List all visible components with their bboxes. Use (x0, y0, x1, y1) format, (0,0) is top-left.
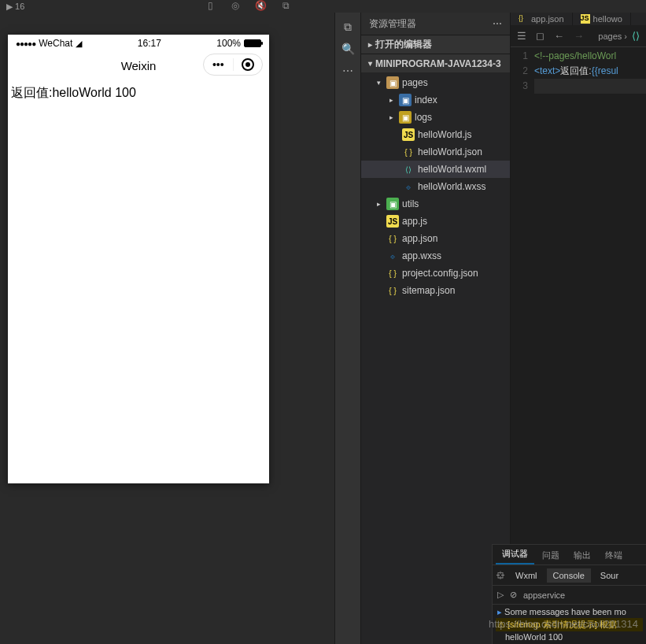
editor-toolbar: ☰ ◻ ← → pages › ⟨⟩ (511, 25, 646, 47)
signal-icon: ●●●●● (16, 39, 35, 48)
explorer-header: 资源管理器 ⋯ (361, 13, 510, 35)
file-app-js[interactable]: JSapp.js (361, 213, 510, 230)
phone-statusbar: ●●●●● WeChat ◢ 16:17 100% (8, 35, 269, 52)
phone-navbar: Weixin ••• (8, 52, 269, 79)
console-line: Some messages have been mo (496, 606, 643, 618)
file-helloworld-js[interactable]: JShelloWorld.js (361, 126, 510, 143)
project-label: MINIPROGRAM-JAVA1234-3 (375, 58, 501, 69)
folder-index[interactable]: ▸▣index (361, 91, 510, 109)
file-sitemap-json[interactable]: { }sitemap.json (361, 282, 510, 299)
copy-icon[interactable]: ⧉ (280, 0, 291, 11)
file-app-json[interactable]: { }app.json (361, 230, 510, 247)
chevron-down-icon: ▾ (364, 59, 375, 68)
open-editors-section[interactable]: ▸ 打开的编辑器 (361, 35, 510, 54)
capsule-menu-icon[interactable]: ••• (204, 58, 234, 71)
phone-frame: ●●●●● WeChat ◢ 16:17 100% Weixin ••• 返回值… (8, 35, 269, 483)
record-icon[interactable]: ◎ (230, 0, 241, 11)
subtab-console[interactable]: Console (547, 568, 591, 583)
file-project-config[interactable]: { }project.config.json (361, 265, 510, 282)
toggle-sidebar-icon[interactable]: ☰ (517, 30, 526, 42)
bookmark-icon[interactable]: ◻ (536, 30, 544, 42)
file-tree: ▾▣pages ▸▣index ▸▣logs JShelloWorld.js {… (361, 72, 510, 301)
console-line: helloWorld 100 (496, 631, 643, 642)
device-icon[interactable]: ▯ (205, 0, 216, 11)
debug-subtabs: ⯐ Wxml Console Sour (493, 565, 646, 586)
explorer-panel: 资源管理器 ⋯ ▸ 打开的编辑器 ▾ MINIPROGRAM-JAVA1234-… (361, 13, 511, 644)
subtab-sources[interactable]: Sour (594, 568, 625, 583)
file-helloworld-wxss[interactable]: ⟐helloWorld.wxss (361, 178, 510, 195)
debug-tabs: 调试器 问题 输出 终端 (493, 545, 646, 565)
subtab-wxml[interactable]: Wxml (509, 568, 544, 583)
tab-issues[interactable]: 问题 (536, 546, 566, 564)
capsule-close-icon[interactable] (234, 58, 263, 71)
tab-output[interactable]: 输出 (567, 546, 597, 564)
breadcrumb-file-icon: ⟨⟩ (632, 30, 640, 42)
play-icon[interactable]: ▷ (497, 590, 504, 600)
tab-app-json[interactable]: {}app.json (511, 13, 573, 25)
forward-icon[interactable]: → (574, 30, 584, 42)
carrier-label: WeChat (39, 38, 72, 49)
more-icon[interactable]: ⋯ (335, 60, 360, 82)
inspect-icon[interactable]: ⯐ (496, 569, 506, 581)
activity-bar: ⧉ 🔍 ⋯ (334, 13, 361, 644)
folder-pages[interactable]: ▾▣pages (361, 74, 510, 91)
files-icon[interactable]: ⧉ (335, 16, 360, 38)
editor-panel: {}app.json JShellowo ☰ ◻ ← → pages › ⟨⟩ … (511, 13, 646, 644)
explorer-title: 资源管理器 (369, 17, 416, 31)
clock-label: 16:17 (138, 38, 161, 49)
simulator-panel: ●●●●● WeChat ◢ 16:17 100% Weixin ••• 返回值… (0, 13, 334, 644)
file-helloworld-json[interactable]: { }helloWorld.json (361, 143, 510, 161)
top-toolbar-icons: ▯ ◎ 🔇 ⧉ (205, 0, 291, 13)
project-section[interactable]: ▾ MINIPROGRAM-JAVA1234-3 (361, 54, 510, 72)
capsule-button[interactable]: ••• (203, 54, 263, 76)
console-toolbar: ▷ ⊘ appservice (493, 586, 646, 605)
back-icon[interactable]: ← (554, 30, 564, 42)
file-helloworld-wxml[interactable]: ⟨⟩helloWorld.wxml (361, 161, 510, 178)
mute-icon[interactable]: 🔇 (255, 0, 266, 11)
open-editors-label: 打开的编辑器 (375, 38, 432, 51)
folder-utils[interactable]: ▸▣utils (361, 195, 510, 213)
battery-label: 100% (216, 38, 241, 49)
folder-logs[interactable]: ▸▣logs (361, 109, 510, 126)
tab-hellowo[interactable]: JShellowo (573, 13, 631, 25)
file-app-wxss[interactable]: ⟐app.wxss (361, 247, 510, 265)
page-content: 返回值:helloWorld 100 (8, 79, 269, 108)
clear-icon[interactable]: ⊘ (510, 590, 517, 600)
breadcrumb[interactable]: pages › (598, 31, 627, 41)
search-icon[interactable]: 🔍 (335, 38, 360, 60)
context-selector[interactable]: appservice (523, 590, 565, 600)
top-strip: ▶ 16 (0, 0, 646, 13)
watermark: https://blog.csdn.net/caoli201314 (489, 618, 638, 630)
wifi-icon: ◢ (76, 39, 82, 49)
chevron-right-icon: ▸ (364, 40, 375, 49)
page-title: Weixin (121, 59, 157, 72)
explorer-more-icon[interactable]: ⋯ (493, 18, 502, 29)
tab-debugger[interactable]: 调试器 (496, 545, 534, 564)
editor-tabs: {}app.json JShellowo (511, 13, 646, 25)
tab-terminal[interactable]: 终端 (599, 546, 629, 564)
battery-icon (244, 39, 261, 47)
